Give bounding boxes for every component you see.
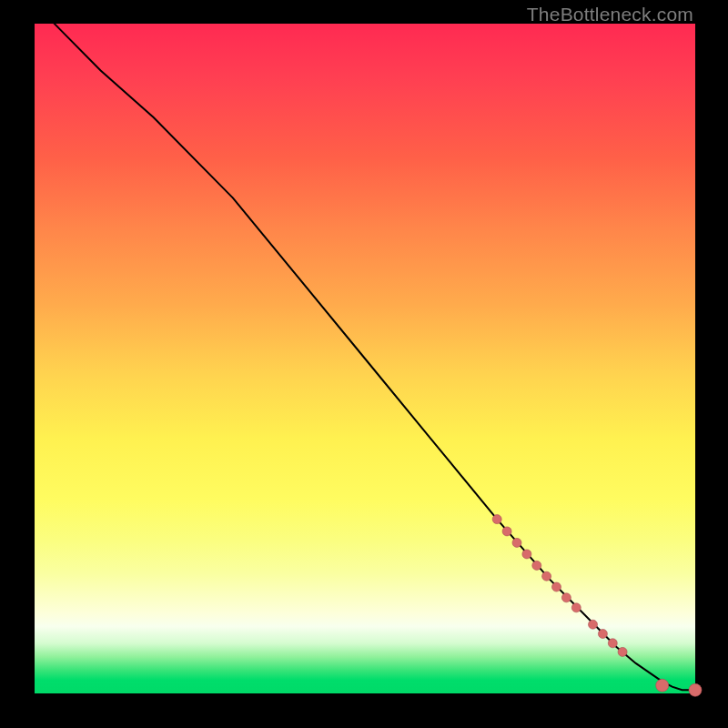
data-point bbox=[552, 582, 561, 592]
watermark-label: TheBottleneck.com bbox=[527, 4, 693, 25]
data-point bbox=[502, 527, 511, 536]
data-point bbox=[608, 639, 617, 648]
data-point bbox=[532, 561, 541, 570]
data-point bbox=[542, 571, 551, 581]
data-point bbox=[561, 593, 571, 602]
data-point bbox=[689, 683, 702, 696]
curve-path bbox=[35, 4, 695, 690]
data-point bbox=[589, 620, 598, 629]
data-point bbox=[618, 647, 627, 656]
data-point bbox=[522, 550, 531, 559]
data-point bbox=[656, 679, 669, 692]
data-point bbox=[512, 538, 521, 547]
dot-group bbox=[492, 515, 702, 697]
data-point bbox=[571, 603, 581, 612]
chart-overlay bbox=[35, 24, 695, 693]
chart-frame: TheBottleneck.com bbox=[0, 0, 728, 728]
data-point bbox=[598, 630, 607, 639]
data-point bbox=[492, 515, 501, 524]
